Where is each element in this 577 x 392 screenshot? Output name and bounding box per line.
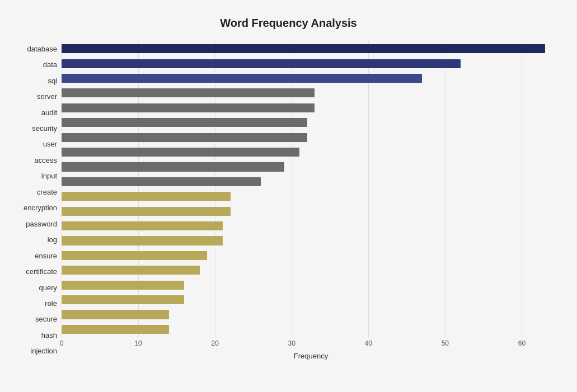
- bar: [62, 325, 169, 334]
- bars-area: [62, 41, 560, 337]
- bar-row: [62, 56, 560, 70]
- y-axis-label: ensure: [35, 248, 57, 263]
- y-axis-label: secure: [35, 311, 57, 327]
- bar: [62, 281, 184, 290]
- x-tick-label: 30: [288, 339, 295, 347]
- bar: [62, 221, 223, 230]
- bar-row: [62, 248, 560, 263]
- bar-row: [62, 233, 560, 248]
- y-axis-label: sql: [48, 73, 57, 88]
- bar: [62, 207, 231, 216]
- y-axis-labels: databasedatasqlserverauditsecurityuserac…: [17, 41, 62, 360]
- bar-row: [62, 159, 560, 174]
- bar-row: [62, 307, 560, 322]
- y-axis-label: audit: [41, 105, 57, 120]
- bar: [62, 103, 315, 112]
- bar-row: [62, 130, 560, 144]
- chart-container: Word Frequency Analysis databasedatasqls…: [6, 6, 571, 392]
- bar-row: [62, 145, 560, 159]
- bar: [62, 310, 169, 319]
- y-axis-label: injection: [30, 343, 57, 359]
- x-tick-label: 0: [60, 339, 64, 347]
- bar: [62, 251, 207, 260]
- bar-row: [62, 204, 560, 218]
- bar: [62, 133, 307, 142]
- bar-row: [62, 174, 560, 189]
- x-axis-label: Frequency: [62, 352, 560, 360]
- bar: [62, 44, 545, 53]
- bar: [62, 295, 184, 304]
- bar: [62, 74, 422, 83]
- y-axis-label: input: [41, 168, 57, 184]
- bar-row: [62, 41, 560, 56]
- bar: [62, 177, 261, 186]
- bar: [62, 162, 284, 171]
- bar-row: [62, 322, 560, 337]
- x-tick-label: 60: [518, 339, 526, 347]
- bar-row: [62, 292, 560, 307]
- y-axis-label: access: [35, 152, 57, 168]
- x-tick-label: 40: [365, 339, 372, 347]
- bar-row: [62, 115, 560, 130]
- chart-title: Word Frequency Analysis: [17, 17, 560, 30]
- y-axis-label: server: [37, 88, 57, 104]
- y-axis-label: certificate: [26, 263, 57, 279]
- bar: [62, 236, 223, 245]
- y-axis-label: log: [48, 232, 57, 247]
- y-axis-label: user: [43, 136, 57, 152]
- bar: [62, 192, 231, 201]
- y-axis-label: database: [27, 41, 58, 56]
- y-axis-label: create: [37, 184, 57, 200]
- bar: [62, 88, 315, 97]
- y-axis-label: password: [26, 216, 57, 232]
- bar: [62, 118, 307, 127]
- y-axis-label: query: [39, 280, 57, 295]
- y-axis-label: encryption: [24, 200, 57, 216]
- bar-row: [62, 189, 560, 204]
- x-axis: 0102030405060: [62, 339, 560, 351]
- bar: [62, 266, 200, 275]
- y-axis-label: security: [32, 120, 57, 136]
- bar-row: [62, 101, 560, 115]
- bar-row: [62, 86, 560, 100]
- bar-row: [62, 263, 560, 277]
- bar-row: [62, 71, 560, 86]
- bar-row: [62, 219, 560, 233]
- y-axis-label: hash: [41, 327, 57, 343]
- bar: [62, 148, 299, 157]
- x-tick-label: 50: [442, 339, 449, 347]
- x-tick-label: 20: [211, 339, 218, 347]
- bar-row: [62, 278, 560, 292]
- bar: [62, 59, 461, 68]
- x-tick-label: 10: [134, 339, 142, 347]
- y-axis-label: data: [43, 56, 57, 72]
- y-axis-label: role: [45, 295, 57, 311]
